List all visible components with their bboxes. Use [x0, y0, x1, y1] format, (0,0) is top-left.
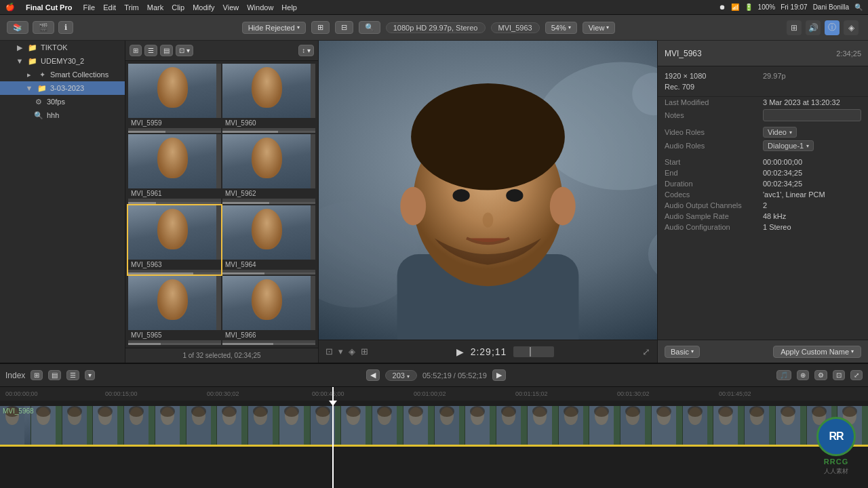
menu-trim[interactable]: Trim: [124, 3, 139, 12]
video-roles-dropdown[interactable]: Video ▾: [763, 127, 797, 138]
timeline-main-clip[interactable]: MVI_5968: [0, 406, 868, 447]
clip-item-MVI5960[interactable]: MVI_5960: [222, 64, 315, 133]
browser-clip-size[interactable]: ⊡ ▾: [176, 45, 193, 56]
library-btn[interactable]: 📚: [7, 21, 28, 34]
browser-view-list[interactable]: ☰: [144, 45, 157, 56]
timeline-settings-btn[interactable]: ⚙: [814, 370, 827, 380]
view-btn[interactable]: View ▾: [583, 22, 616, 34]
hide-rejected-btn[interactable]: Hide Rejected ▾: [242, 22, 306, 34]
browser-btn[interactable]: 🎬: [33, 21, 54, 34]
audio-waveform-btn[interactable]: 🎵: [776, 370, 791, 380]
field-key-audio-roles: Audio Roles: [665, 142, 763, 150]
apply-custom-name-btn[interactable]: Apply Custom Name ▾: [773, 346, 861, 358]
svg-point-96: [812, 406, 827, 417]
info-btn[interactable]: ⓘ: [825, 20, 840, 35]
timeline-export-btn[interactable]: ⤢: [850, 370, 863, 380]
folder-icon-udemy: 📁: [28, 56, 37, 66]
index-label[interactable]: Index: [5, 371, 25, 380]
svg-point-12: [550, 187, 576, 226]
timeline-nav-next[interactable]: ▶: [492, 369, 506, 381]
timeline-view-btn1[interactable]: ⊞: [31, 370, 43, 380]
timeline-zoom-btn[interactable]: ⊕: [797, 370, 809, 380]
svg-point-30: [129, 406, 144, 417]
clip-item-MVI5966[interactable]: MVI_5966: [222, 276, 315, 345]
basic-dropdown[interactable]: Basic ▾: [665, 346, 700, 358]
notes-input[interactable]: [763, 109, 861, 121]
zoom-chevron-icon: ▾: [568, 24, 571, 30]
zoom-btn[interactable]: 54% ▾: [545, 22, 577, 34]
user-name: Dani Bonilla: [813, 3, 849, 11]
keying-icon[interactable]: ◈: [349, 346, 355, 357]
frame-cell: [589, 406, 620, 447]
clip-item-MVI5959[interactable]: MVI_5959: [128, 64, 221, 133]
svg-point-11: [400, 187, 426, 226]
menu-clip[interactable]: Clip: [172, 3, 184, 12]
sidebar-item-smart-collections[interactable]: ▸ ✦ Smart Collections: [0, 68, 125, 81]
menu-edit[interactable]: Edit: [103, 3, 116, 12]
app-name[interactable]: Final Cut Pro: [26, 3, 72, 12]
view-options-1[interactable]: ⊞: [311, 21, 330, 34]
field-row-duration: Duration 00:02:34;25: [665, 178, 861, 189]
inspector-btn[interactable]: ℹ: [58, 21, 73, 34]
sidebar-item-tiktok[interactable]: ▶ 📁 TIKTOK: [0, 41, 125, 54]
timeline-view-btn4[interactable]: ▾: [85, 370, 95, 380]
toolbar-left: 📚 🎬 ℹ: [7, 21, 73, 34]
preview-controls: ⊡ ▾ ◈ ⊞ ▶ 2:29;11 ⤢: [319, 340, 657, 363]
color-space-value: Rec. 709: [665, 83, 861, 91]
play-icon[interactable]: ▶: [456, 346, 464, 357]
clip-item-MVI5962[interactable]: MVI_5962: [222, 134, 315, 203]
timeline-nav-prev[interactable]: ◀: [366, 369, 380, 381]
clip-item-MVI5961[interactable]: MVI_5961: [128, 134, 221, 203]
search-btn[interactable]: 🔍: [359, 21, 380, 34]
tool-select-icon[interactable]: ▾: [338, 346, 343, 357]
frame-cell: [62, 406, 94, 447]
timeline-view-btn3[interactable]: ☰: [66, 370, 79, 380]
svg-point-66: [501, 406, 516, 417]
fullscreen-icon[interactable]: ⤢: [642, 346, 650, 357]
audio-roles-dropdown[interactable]: Dialogue-1 ▾: [763, 140, 814, 151]
menu-items: File Edit Trim Mark Clip Modify View Win…: [83, 3, 297, 12]
fps-value: 29.97p: [763, 72, 861, 80]
audio-btn[interactable]: 🔊: [806, 20, 821, 35]
browser-view-grid[interactable]: ⊞: [130, 45, 142, 56]
search-icon[interactable]: 🔍: [854, 3, 863, 11]
transform-icon[interactable]: ⊡: [326, 346, 333, 357]
timeline-tracks[interactable]: MVI_5968: [0, 401, 868, 488]
battery-icon: 🔋: [745, 3, 753, 11]
menu-view[interactable]: View: [223, 3, 239, 12]
preview-video-area[interactable]: [319, 41, 657, 340]
color-btn[interactable]: ◈: [844, 20, 859, 35]
frame-cell: [496, 406, 528, 447]
frame-cell: [186, 406, 218, 447]
sidebar-item-folder-3-3-2023[interactable]: ▼ 📁 3-03-2023: [0, 81, 125, 95]
clip-item-MVI5965[interactable]: MVI_5965: [128, 276, 221, 345]
clip-item-MVI5963[interactable]: MVI_5963: [128, 205, 221, 274]
filmstrip-view-btn[interactable]: ⊞: [787, 20, 802, 35]
menu-file[interactable]: File: [83, 3, 95, 12]
field-key-audio-channels: Audio Output Channels: [665, 201, 763, 209]
sidebar-item-30fps[interactable]: ⚙ 30fps: [0, 95, 125, 108]
inspector-duration: 2:34;25: [836, 49, 861, 58]
clip-item-MVI5964[interactable]: MVI_5964: [222, 205, 315, 274]
apple-menu[interactable]: 🍎: [5, 3, 15, 12]
frame-cell: [93, 406, 124, 447]
apply-chevron-icon: ▾: [851, 348, 854, 354]
menu-window[interactable]: Window: [247, 3, 273, 12]
menu-mark[interactable]: Mark: [147, 3, 163, 12]
field-val-codecs: 'avc1', Linear PCM: [763, 190, 861, 199]
browser-sort[interactable]: ↕ ▾: [298, 45, 314, 56]
sidebar-item-hhh[interactable]: 🔍 hhh: [0, 108, 125, 122]
field-row-codecs: Codecs 'avc1', Linear PCM: [665, 189, 861, 200]
clip-count-badge[interactable]: 203 ▾: [385, 370, 417, 381]
gear-icon: ⚙: [34, 97, 43, 106]
search-filter-icon: 🔍: [34, 110, 43, 120]
timeline-view-btn2[interactable]: ▤: [48, 370, 61, 380]
timeline-skimmer-btn[interactable]: ⊡: [833, 370, 845, 380]
crop-icon[interactable]: ⊞: [361, 346, 368, 357]
menu-modify[interactable]: Modify: [193, 3, 214, 12]
sidebar-item-udemy[interactable]: ▼ 📁 UDEMY30_2: [0, 54, 125, 68]
browser-view-film[interactable]: ▤: [160, 45, 173, 56]
menu-help[interactable]: Help: [281, 3, 297, 12]
smart-collections-icon: ✦: [37, 70, 47, 79]
view-options-2[interactable]: ⊟: [335, 21, 353, 34]
